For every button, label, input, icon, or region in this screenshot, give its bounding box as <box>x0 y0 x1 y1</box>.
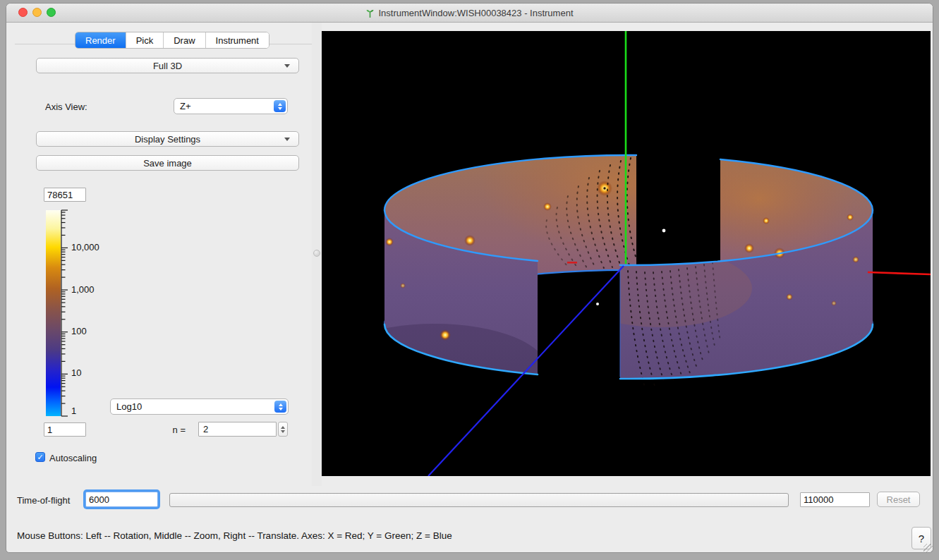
instrument-3d-scene <box>322 31 931 476</box>
tab-pick[interactable]: Pick <box>126 32 164 48</box>
colorbar-ticks <box>46 208 74 420</box>
axis-view-label: Axis View: <box>45 102 87 112</box>
colorbar-tick-label: 100 <box>71 326 87 336</box>
display-settings-button[interactable]: Display Settings <box>36 131 299 147</box>
splitter-handle-icon[interactable] <box>313 250 320 257</box>
tab-bar: Render Pick Draw Instrument <box>75 32 269 49</box>
tab-instrument[interactable]: Instrument <box>206 32 269 48</box>
combo-stepper-icon[interactable] <box>274 401 286 413</box>
resize-grip-icon[interactable] <box>923 544 933 553</box>
title-bar[interactable]: InstrumentWindow:WISH00038423 - Instrume… <box>6 4 933 23</box>
save-image-label: Save image <box>143 158 192 169</box>
axis-x-line <box>868 272 931 274</box>
chevron-down-icon <box>284 64 290 68</box>
axis-view-select[interactable]: Z+ <box>174 98 288 114</box>
colorbar-tick-label: 1 <box>71 406 76 416</box>
colorbar-tick-label: 10,000 <box>71 242 99 252</box>
colorbar-max-input[interactable] <box>44 188 86 202</box>
scale-type-select[interactable]: Log10 <box>110 398 289 415</box>
screen: InstrumentWindow:WISH00038423 - Instrume… <box>0 0 939 560</box>
colorbar-tick-label: 1,000 <box>71 284 95 295</box>
panel-splitter[interactable] <box>312 23 322 486</box>
tof-min-input[interactable] <box>85 492 158 507</box>
combo-stepper-icon[interactable] <box>274 100 286 112</box>
projection-dropdown[interactable]: Full 3D <box>36 58 299 73</box>
colorbar-min-input[interactable] <box>44 422 86 437</box>
power-label: n = <box>169 425 186 435</box>
projection-dropdown-label: Full 3D <box>153 61 182 71</box>
tab-render[interactable]: Render <box>75 32 126 48</box>
scale-type-value: Log10 <box>116 401 142 412</box>
display-settings-label: Display Settings <box>135 134 200 145</box>
autoscaling-label: Autoscaling <box>49 453 97 463</box>
reset-button-label: Reset <box>887 494 911 505</box>
autoscaling-checkbox[interactable]: ✓ <box>35 452 45 462</box>
tof-slider[interactable] <box>169 493 789 507</box>
instrument-window: InstrumentWindow:WISH00038423 - Instrume… <box>6 3 933 553</box>
mantid-app-icon <box>365 8 375 18</box>
save-image-button[interactable]: Save image <box>36 155 299 171</box>
help-button-label: ? <box>919 532 924 544</box>
tab-draw[interactable]: Draw <box>164 32 205 48</box>
reset-button[interactable]: Reset <box>877 492 920 507</box>
window-title: InstrumentWindow:WISH00038423 - Instrume… <box>378 8 573 18</box>
beam-marker <box>567 262 577 264</box>
title-wrap: InstrumentWindow:WISH00038423 - Instrume… <box>6 4 933 22</box>
instrument-3d-view[interactable] <box>322 31 931 476</box>
chevron-down-icon <box>284 138 290 141</box>
axis-view-value: Z+ <box>180 101 191 111</box>
power-stepper[interactable] <box>278 422 288 437</box>
power-input[interactable] <box>198 422 277 437</box>
tof-max-input[interactable] <box>800 492 870 507</box>
colorbar-tick-label: 10 <box>71 367 81 378</box>
status-bar-text: Mouse Buttons: Left -- Rotation, Middle … <box>17 530 452 541</box>
tof-label: Time-of-flight <box>17 495 70 506</box>
